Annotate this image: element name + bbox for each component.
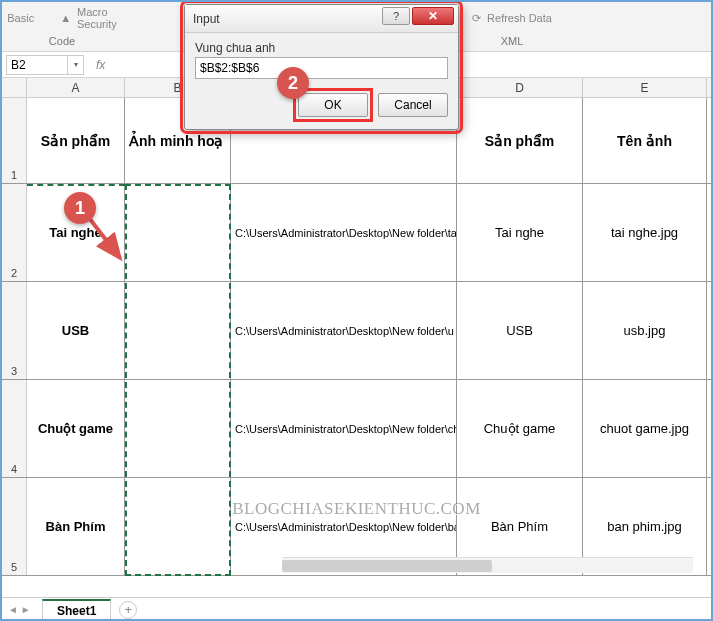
cell[interactable]: C:\Users\Administrator\Desktop\New folde… xyxy=(231,282,457,379)
tab-nav[interactable]: ◄ ► xyxy=(8,604,31,615)
fx-icon[interactable]: fx xyxy=(96,58,105,72)
xml-group-label: XML xyxy=(501,35,524,49)
cell-d1[interactable]: Sản phẩm xyxy=(457,98,583,183)
cell[interactable]: USB xyxy=(457,282,583,379)
add-sheet-button[interactable]: + xyxy=(119,601,137,619)
cell-a1[interactable]: Sản phẩm xyxy=(27,98,125,183)
cell[interactable] xyxy=(125,282,231,379)
cell[interactable]: tai nghe.jpg xyxy=(583,184,707,281)
input-dialog: Input ? ✕ Vung chua anh OK Cancel 2 xyxy=(184,4,459,130)
code-group-label: Code xyxy=(49,35,75,49)
cell[interactable]: chuot game.jpg xyxy=(583,380,707,477)
row-header[interactable]: 5 xyxy=(2,478,27,575)
cell[interactable]: usb.jpg xyxy=(583,282,707,379)
worksheet[interactable]: A B C D E 1 Sản phẩm Ảnh minh hoạ Sản ph… xyxy=(2,78,711,597)
row-header[interactable]: 4 xyxy=(2,380,27,477)
name-box-dropdown[interactable]: ▾ xyxy=(68,55,84,75)
macro-security-label[interactable]: Macro Security xyxy=(77,6,117,30)
svg-line-0 xyxy=(86,214,120,258)
dialog-titlebar[interactable]: Input ? ✕ xyxy=(185,5,458,33)
cell-e1[interactable]: Tên ảnh xyxy=(583,98,707,183)
row-header[interactable]: 3 xyxy=(2,282,27,379)
refresh-icon: ⟳ xyxy=(472,12,481,25)
scrollbar-thumb[interactable] xyxy=(282,560,492,572)
cell[interactable]: C:\Users\Administrator\Desktop\New folde… xyxy=(231,184,457,281)
annotation-marker-2: 2 xyxy=(277,67,309,99)
cell[interactable] xyxy=(125,478,231,575)
basic-label: Basic xyxy=(7,12,34,24)
dialog-field-label: Vung chua anh xyxy=(195,41,448,55)
cancel-button[interactable]: Cancel xyxy=(378,93,448,117)
dialog-help-button[interactable]: ? xyxy=(382,7,410,25)
cell[interactable]: USB xyxy=(27,282,125,379)
row-header-1[interactable]: 1 xyxy=(2,98,27,183)
dialog-close-button[interactable]: ✕ xyxy=(412,7,454,25)
select-all-corner[interactable] xyxy=(2,78,27,97)
row-header[interactable]: 2 xyxy=(2,184,27,281)
cell[interactable]: C:\Users\Administrator\Desktop\New folde… xyxy=(231,380,457,477)
name-box-value: B2 xyxy=(11,58,26,72)
sheet-tab-sheet1[interactable]: Sheet1 xyxy=(42,599,111,621)
cell[interactable] xyxy=(125,184,231,281)
refresh-data-label[interactable]: Refresh Data xyxy=(487,12,552,24)
table-row: 3 USB C:\Users\Administrator\Desktop\New… xyxy=(2,282,711,380)
cell[interactable]: Bàn Phím xyxy=(27,478,125,575)
name-box[interactable]: B2 xyxy=(6,55,68,75)
ok-button[interactable]: OK xyxy=(298,93,368,117)
cell[interactable]: Chuột game xyxy=(27,380,125,477)
cell[interactable] xyxy=(125,380,231,477)
dialog-title: Input xyxy=(193,12,220,26)
scrollbar-horizontal[interactable] xyxy=(282,557,693,573)
macro-security-icon: ▲ xyxy=(60,12,71,24)
cell[interactable]: Chuột game xyxy=(457,380,583,477)
annotation-marker-1: 1 xyxy=(64,192,96,224)
sheet-tabs: ◄ ► Sheet1 + xyxy=(2,597,711,621)
cell[interactable]: Tai nghe xyxy=(457,184,583,281)
dialog-range-input[interactable] xyxy=(195,57,448,79)
col-header-a[interactable]: A xyxy=(27,78,125,97)
col-header-e[interactable]: E xyxy=(583,78,707,97)
grid-rows: 1 Sản phẩm Ảnh minh hoạ Sản phẩm Tên ảnh… xyxy=(2,98,711,576)
col-header-d[interactable]: D xyxy=(457,78,583,97)
table-row: 4 Chuột game C:\Users\Administrator\Desk… xyxy=(2,380,711,478)
